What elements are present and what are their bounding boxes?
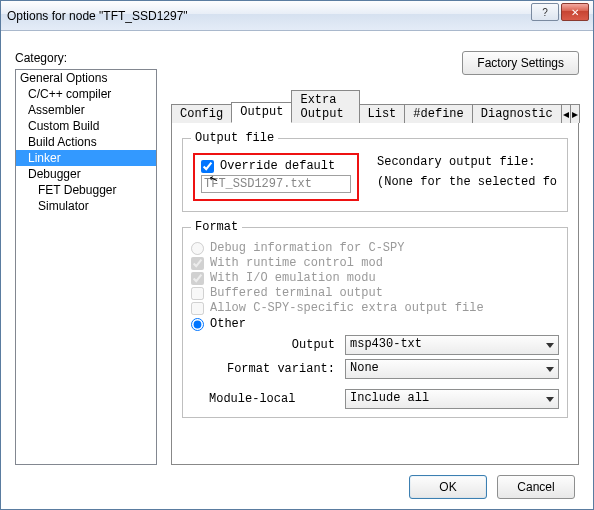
help-button[interactable]: ? [531,3,559,21]
io-emulation-label: With I/O emulation modu [210,271,376,285]
close-button[interactable]: ✕ [561,3,589,21]
allow-cspy-extra-label: Allow C-SPY-specific extra output file [210,301,484,315]
category-label: Category: [15,51,157,65]
factory-settings-button[interactable]: Factory Settings [462,51,579,75]
tab-output[interactable]: Output [231,102,292,123]
category-list[interactable]: General OptionsC/C++ compilerAssemblerCu… [15,69,157,465]
format-legend: Format [191,220,242,234]
category-item[interactable]: FET Debugger [16,182,156,198]
output-file-group: Output file ↖ Override default [182,131,568,212]
format-variant-combo[interactable]: None [345,359,559,379]
category-column: Category: General OptionsC/C++ compilerA… [15,45,157,465]
secondary-output-label: Secondary output file: [377,155,559,169]
override-default-label: Override default [220,159,335,173]
allow-cspy-extra-checkbox [191,302,204,315]
tabstrip: ConfigOutputExtra OutputList#defineDiagn… [171,89,579,123]
io-emulation-checkbox [191,272,204,285]
category-item[interactable]: C/C++ compiler [16,86,156,102]
format-variant-label: Format variant: [209,362,339,376]
category-item[interactable]: Debugger [16,166,156,182]
category-item[interactable]: Custom Build [16,118,156,134]
output-format-label: Output [209,338,339,352]
category-item[interactable]: Simulator [16,198,156,214]
dialog-footer: OK Cancel [15,465,579,499]
highlight-box: ↖ Override default [193,153,359,201]
buffered-terminal-label: Buffered terminal output [210,286,383,300]
window-controls: ? ✕ [529,3,589,21]
tab--define[interactable]: #define [404,104,472,123]
right-column: Factory Settings ConfigOutputExtra Outpu… [171,45,579,465]
tab-list[interactable]: List [359,104,406,123]
category-item[interactable]: Assembler [16,102,156,118]
cancel-button[interactable]: Cancel [497,475,575,499]
runtime-control-label: With runtime control mod [210,256,383,270]
category-item[interactable]: Build Actions [16,134,156,150]
debug-cspy-radio [191,242,204,255]
format-group: Format Debug information for C-SPY With … [182,220,568,418]
secondary-output-value: (None for the selected fo [377,175,559,189]
debug-cspy-label: Debug information for C-SPY [210,241,404,255]
tab-config[interactable]: Config [171,104,232,123]
tab-page-output: Output file ↖ Override default [171,123,579,465]
module-local-combo[interactable]: Include all [345,389,559,409]
tab-diagnostic[interactable]: Diagnostic [472,104,562,123]
runtime-control-checkbox [191,257,204,270]
output-file-legend: Output file [191,131,278,145]
dialog-body: Category: General OptionsC/C++ compilerA… [1,31,593,509]
titlebar: Options for node "TFT_SSD1297" ? ✕ [1,1,593,31]
window-title: Options for node "TFT_SSD1297" [7,9,188,23]
override-default-checkbox[interactable] [201,160,214,173]
output-format-combo[interactable]: msp430-txt [345,335,559,355]
buffered-terminal-checkbox [191,287,204,300]
tab-scroll-right[interactable]: ▸ [570,104,580,123]
ok-button[interactable]: OK [409,475,487,499]
module-local-label: Module-local [209,392,339,406]
output-filename-field[interactable] [201,175,351,193]
tab-extra-output[interactable]: Extra Output [291,90,359,123]
category-item[interactable]: Linker [16,150,156,166]
other-format-label: Other [210,317,246,331]
category-item[interactable]: General Options [16,70,156,86]
other-format-radio[interactable] [191,318,204,331]
